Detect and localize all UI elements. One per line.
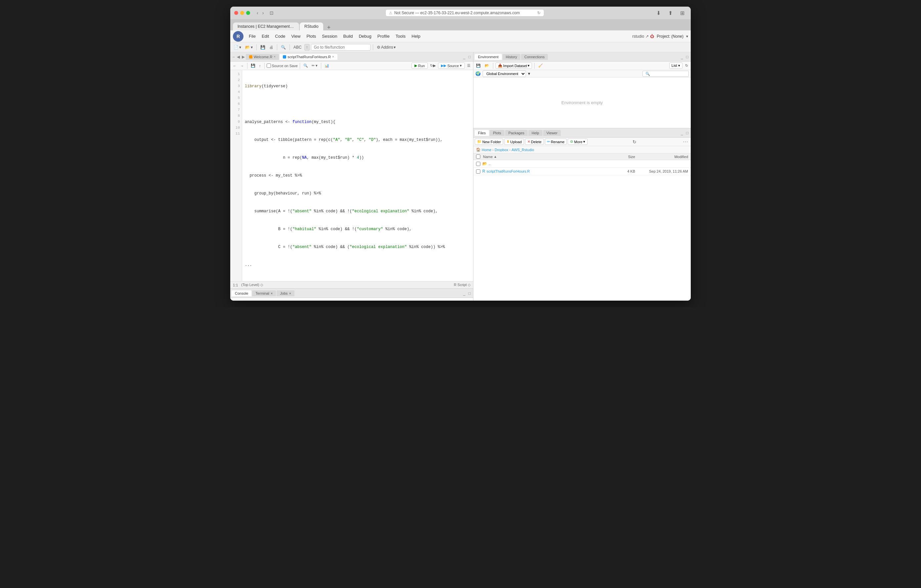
menu-session[interactable]: Session <box>319 32 340 40</box>
tab-script[interactable]: scriptThatRunsForHours.R × <box>280 54 337 60</box>
welcome-tab-close[interactable]: × <box>273 55 275 58</box>
console-minimize-btn[interactable]: _ <box>462 290 467 296</box>
run-button[interactable]: ▶ Run <box>412 62 428 69</box>
breadcrumb-dropbox[interactable]: Dropbox <box>495 148 508 152</box>
address-bar[interactable]: ⚠ Not Secure — ec2-35-176-33-221.eu-west… <box>386 9 544 16</box>
tab-console[interactable]: Console <box>231 290 251 296</box>
project-dropdown-icon[interactable]: ▾ <box>686 34 688 39</box>
forward-button[interactable]: › <box>261 10 265 16</box>
files-item-parent[interactable]: 📂 .. <box>474 160 691 168</box>
compile-report-button[interactable]: 📊 <box>323 63 330 68</box>
reader-button[interactable]: ⊞ <box>677 8 687 18</box>
tab-files[interactable]: Files <box>475 130 489 136</box>
save-doc-button[interactable]: 💾 <box>249 63 257 68</box>
tab-connections[interactable]: Connections <box>521 54 548 60</box>
menu-help[interactable]: Help <box>409 32 423 40</box>
files-item-script[interactable]: R scriptThatRunsForHours.R 4 KB Sep 24, … <box>474 168 691 175</box>
sidebar-toggle-button[interactable]: ⊡ <box>268 10 275 16</box>
new-folder-button[interactable]: 📁 New Folder <box>475 138 503 145</box>
minimize-button[interactable] <box>240 11 244 15</box>
publish-button[interactable]: ↑ <box>258 63 262 68</box>
new-tab-button[interactable]: + <box>325 24 334 31</box>
download-button[interactable]: ⬇ <box>654 8 663 18</box>
editor-forward[interactable]: ▶ <box>241 54 246 60</box>
tab-terminal[interactable]: Terminal × <box>252 290 276 296</box>
env-selector[interactable]: Global Environment <box>483 70 526 77</box>
files-overflow-button[interactable]: ⋯ <box>682 138 690 145</box>
search-code-button[interactable]: 🔍 <box>302 63 309 68</box>
browser-tab-ec2[interactable]: Instances | EC2 Management Console <box>233 23 299 31</box>
console-maximize-btn[interactable]: □ <box>467 290 472 296</box>
undo-button[interactable]: ← <box>231 63 238 68</box>
refresh-icon[interactable]: ↻ <box>537 11 540 15</box>
parent-checkbox[interactable] <box>476 162 480 166</box>
redo-button[interactable]: → <box>239 63 245 68</box>
goto-field[interactable] <box>311 44 371 50</box>
tab-welcome-r[interactable]: Welcome.R × <box>246 54 279 60</box>
find-button[interactable]: 🔍 <box>280 44 287 50</box>
code-content[interactable]: library(tidyverse) analyse_patterns <- f… <box>242 70 473 281</box>
breadcrumb-aws-rstudio[interactable]: AWS_Rstudio <box>511 148 534 152</box>
source-button[interactable]: ▶▶ Source ▾ <box>438 62 465 69</box>
source-on-save-checkbox[interactable] <box>267 63 271 68</box>
new-file-button[interactable]: 📄 ▾ <box>232 44 242 50</box>
editor-maximize-btn[interactable]: □ <box>467 54 472 60</box>
tab-help[interactable]: Help <box>528 130 543 136</box>
list-button[interactable]: List ▾ <box>669 62 682 69</box>
import-dataset-button[interactable]: 📥 Import Dataset ▾ <box>496 62 532 69</box>
refresh-env-button[interactable]: ↻ <box>684 63 690 68</box>
menu-file[interactable]: File <box>246 32 259 40</box>
save-button[interactable]: 💾 <box>259 44 267 50</box>
env-maximize-btn[interactable]: □ <box>685 54 690 60</box>
editor-minimize-btn[interactable]: _ <box>462 54 467 60</box>
console-content[interactable]: ~/ ⇒ Dropbox/archive Dropbox/interesting… <box>230 298 473 300</box>
more-button[interactable]: ⚙ More ▾ <box>568 138 587 145</box>
tab-viewer[interactable]: Viewer <box>543 130 561 136</box>
delete-button[interactable]: ✕ Delete <box>525 138 544 145</box>
jobs-close[interactable]: × <box>289 291 291 295</box>
menu-code[interactable]: Code <box>272 32 288 40</box>
save-env-button[interactable]: 💾 <box>475 63 482 68</box>
script-checkbox[interactable] <box>476 169 480 174</box>
load-env-button[interactable]: 📂 <box>483 63 491 68</box>
breadcrumb-home[interactable]: Home <box>482 148 491 152</box>
env-minimize-btn[interactable]: _ <box>680 54 684 60</box>
open-file-button[interactable]: 📂 ▾ <box>244 44 254 50</box>
share-button[interactable]: ⬆ <box>666 8 675 18</box>
menu-debug[interactable]: Debug <box>356 32 374 40</box>
re-run-button[interactable]: ↻▶ <box>429 63 437 68</box>
terminal-close[interactable]: × <box>271 291 273 295</box>
files-minimize-btn[interactable]: _ <box>680 130 684 136</box>
tab-jobs[interactable]: Jobs × <box>277 290 295 296</box>
project-selector[interactable]: Project: (None) <box>657 34 683 39</box>
env-search-input[interactable] <box>643 71 689 77</box>
tab-plots[interactable]: Plots <box>490 130 504 136</box>
menu-view[interactable]: View <box>288 32 303 40</box>
menu-profile[interactable]: Profile <box>375 32 392 40</box>
select-all-checkbox[interactable] <box>476 154 480 159</box>
tab-packages[interactable]: Packages <box>505 130 528 136</box>
code-btn[interactable]: ↑ <box>304 44 310 50</box>
code-tools-button[interactable]: ✏ ▾ <box>310 63 319 68</box>
editor-options-button[interactable]: ☰ <box>466 63 472 68</box>
spell-check-button[interactable]: ABC <box>292 44 303 50</box>
maximize-button[interactable] <box>246 11 250 15</box>
files-maximize-btn[interactable]: □ <box>685 130 690 136</box>
close-button[interactable] <box>234 11 238 15</box>
upload-button[interactable]: ⬆ Upload <box>504 138 524 145</box>
script-tab-close[interactable]: × <box>332 55 334 58</box>
clear-env-button[interactable]: 🧹 <box>537 63 544 68</box>
print-button[interactable]: 🖨 <box>268 44 275 50</box>
options-button[interactable]: ⚙ Addins ▾ <box>376 44 397 50</box>
rename-button[interactable]: ✏ Rename <box>545 138 567 145</box>
tab-history[interactable]: History <box>503 54 521 60</box>
editor-back[interactable]: ◀ <box>236 54 241 60</box>
refresh-files-button[interactable]: ↻ <box>633 139 636 145</box>
editor-minimize[interactable]: – <box>231 54 236 60</box>
menu-edit[interactable]: Edit <box>259 32 272 40</box>
back-button[interactable]: ‹ <box>255 10 260 16</box>
menu-plots[interactable]: Plots <box>304 32 319 40</box>
menu-tools[interactable]: Tools <box>393 32 408 40</box>
parent-dir-name[interactable]: .. <box>489 162 609 166</box>
browser-tab-rstudio[interactable]: RStudio <box>300 23 323 31</box>
